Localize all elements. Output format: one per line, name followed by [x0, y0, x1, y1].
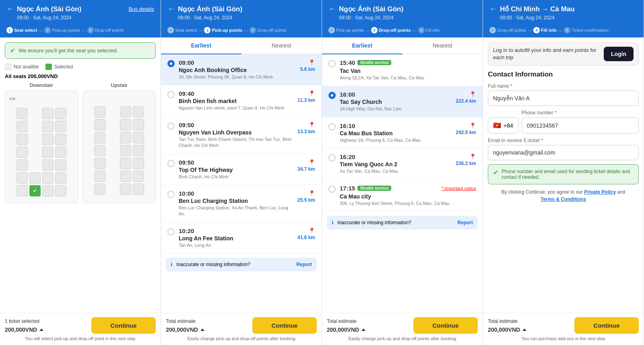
seat-d6[interactable]: [55, 121, 66, 132]
back-button-3[interactable]: ←: [328, 5, 336, 13]
seat-d7[interactable]: [17, 134, 28, 145]
seat-u16[interactable]: [94, 171, 105, 182]
seat-u13[interactable]: [94, 158, 105, 169]
seat-d2[interactable]: [42, 108, 54, 119]
seat-d1[interactable]: [17, 108, 28, 119]
seat-d22[interactable]: [55, 185, 66, 196]
stop-item[interactable]: 10:20 Long An Fee Station Tan An, Long A…: [161, 223, 322, 254]
seat-u21[interactable]: [133, 184, 144, 195]
stop-radio[interactable]: [328, 92, 336, 99]
stop-item[interactable]: 09:00 Ngoc Anh Booking Office 28, 6th St…: [161, 54, 322, 85]
stop-radio[interactable]: [328, 60, 336, 67]
location-icon: 📍: [469, 153, 476, 160]
stop-radio[interactable]: [167, 160, 175, 167]
back-button-1[interactable]: ←: [6, 5, 14, 13]
tab-nearest-2[interactable]: Nearest: [242, 37, 322, 54]
seat-d17[interactable]: [29, 172, 41, 184]
continue-button-4[interactable]: Continue: [574, 317, 639, 334]
stop-radio[interactable]: [167, 91, 175, 98]
continue-button-1[interactable]: Continue: [91, 317, 156, 334]
important-notice-link[interactable]: * Important notice: [442, 186, 476, 191]
stop-item[interactable]: 09:50 Nguyen Van Linh Overpass Tan Tuc T…: [161, 117, 322, 154]
seat-d21[interactable]: [42, 185, 54, 196]
seat-u17[interactable]: [120, 171, 131, 182]
seat-u6[interactable]: [133, 119, 144, 130]
terms-conditions-link[interactable]: Terms & Conditions: [541, 196, 586, 202]
seat-u1[interactable]: [94, 106, 105, 118]
price-chevron[interactable]: [39, 328, 43, 331]
seat-d5[interactable]: [42, 121, 54, 132]
seat-d3[interactable]: [55, 108, 66, 119]
private-policy-link[interactable]: Private Policy: [584, 189, 616, 195]
header-subtitle-3: 09:00 · Sat, Aug 24, 2024: [328, 15, 476, 21]
stop-item[interactable]: 09:50 Top Of The Highway Binh Chanh, Ho …: [161, 154, 322, 185]
stop-item[interactable]: 09:40 Binh Dien fish market Nguyen Van L…: [161, 85, 322, 116]
full-name-input[interactable]: [488, 91, 639, 106]
seat-u19[interactable]: [94, 184, 105, 195]
seat-u8[interactable]: [120, 132, 131, 143]
seat-d12[interactable]: [55, 147, 66, 158]
seat-u18[interactable]: [133, 171, 144, 182]
seat-d18[interactable]: [42, 172, 54, 184]
stop-radio[interactable]: [167, 122, 175, 130]
country-code-selector[interactable]: 🇻🇳 +84: [488, 117, 518, 134]
stop-radio[interactable]: [328, 123, 336, 130]
stop-radio[interactable]: [167, 228, 175, 236]
stop-item[interactable]: 16:10 Ca Mau Bus Station Highway 1A, Phu…: [322, 118, 483, 149]
stop-radio[interactable]: [167, 191, 175, 198]
continue-button-2[interactable]: Continue: [252, 317, 317, 334]
seat-d4[interactable]: [17, 121, 28, 132]
price-chevron-4[interactable]: [522, 328, 526, 331]
seat-u5[interactable]: [120, 119, 131, 130]
seat-d-sel[interactable]: ✔: [29, 185, 41, 196]
seat-u7[interactable]: [94, 132, 105, 143]
phone-number-input[interactable]: [522, 117, 639, 134]
stop-item[interactable]: 16:20 Tiem Vang Quoc An 2 Xa Tac Van, Ca…: [322, 149, 483, 180]
seat-u11[interactable]: [120, 145, 131, 156]
stop-item[interactable]: 16:00 Tac Say Church 1A High Way, Gia Ra…: [322, 86, 483, 117]
seat-d8[interactable]: [42, 134, 54, 145]
seat-d11[interactable]: [42, 147, 54, 158]
back-button-4[interactable]: ←: [489, 5, 497, 13]
panel3-footer: Total estimate 200,000VND Continue Easil…: [322, 313, 483, 345]
seat-u20[interactable]: [120, 184, 131, 195]
seat-d16[interactable]: [17, 172, 28, 184]
report-link-2[interactable]: Report: [296, 262, 312, 267]
stop-item[interactable]: 17:15 Shuttle service * Important notice…: [322, 180, 483, 212]
seat-d13[interactable]: [17, 159, 28, 171]
tab-earliest-3[interactable]: Earliest: [322, 37, 402, 54]
seat-d20[interactable]: [17, 185, 28, 196]
seat-d10[interactable]: [17, 147, 28, 158]
tab-earliest-2[interactable]: Earliest: [161, 37, 242, 54]
stop-item[interactable]: 15:40 Shuttle service Tac Van Along QL1A…: [322, 54, 483, 86]
tab-nearest-3[interactable]: Nearest: [402, 37, 483, 54]
seat-d14[interactable]: [42, 159, 54, 171]
stop-radio[interactable]: [167, 60, 175, 67]
price-chevron-2[interactable]: [200, 328, 204, 331]
seat-d9[interactable]: [55, 134, 66, 145]
email-input[interactable]: [488, 145, 639, 160]
back-button-2[interactable]: ←: [167, 5, 175, 13]
seat-u15[interactable]: [133, 158, 144, 169]
bus-details-link[interactable]: Bus details: [128, 6, 154, 12]
seat-u3[interactable]: [133, 106, 144, 118]
seat-u2[interactable]: [120, 106, 131, 118]
login-button[interactable]: Login: [604, 47, 634, 61]
shuttle-badge: Shuttle service: [357, 186, 391, 191]
seat-d19[interactable]: [55, 172, 66, 184]
stop-radio[interactable]: [328, 154, 336, 161]
location-icon: 📍: [308, 190, 315, 196]
seat-d15[interactable]: [55, 159, 66, 171]
seat-u4[interactable]: [94, 119, 105, 130]
report-link-3[interactable]: Report: [457, 220, 473, 225]
stop-radio[interactable]: [328, 186, 336, 193]
continue-button-3[interactable]: Continue: [413, 317, 478, 334]
seat-u9[interactable]: [133, 132, 144, 143]
panel-dropoff: ← Ngọc Ánh (Sài Gòn) 09:00 · Sat, Aug 24…: [322, 0, 483, 345]
header-subtitle-1: 09:00 · Sat, Aug 24, 2024: [6, 15, 154, 21]
seat-u10[interactable]: [94, 145, 105, 156]
seat-u14[interactable]: [120, 158, 131, 169]
seat-u12[interactable]: [133, 145, 144, 156]
price-chevron-3[interactable]: [361, 328, 365, 331]
stop-item[interactable]: 10:00 Ben Luc Charging Station Ben Luc C…: [161, 185, 322, 223]
